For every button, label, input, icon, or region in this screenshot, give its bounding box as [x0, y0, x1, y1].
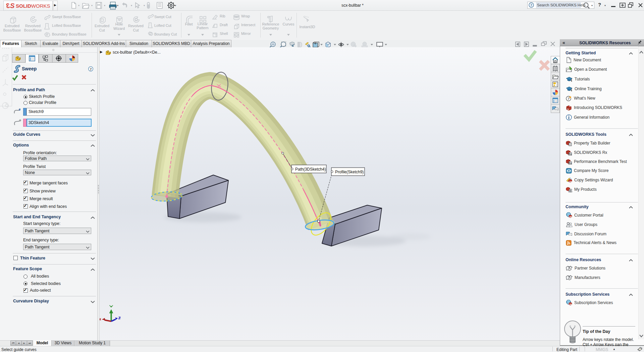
- svg-text:Swept Cut: Swept Cut: [154, 15, 171, 19]
- svg-text:Shell: Shell: [220, 32, 228, 36]
- svg-text:Profile(Sketch9): Profile(Sketch9): [335, 170, 364, 174]
- svg-text:Wrap: Wrap: [241, 14, 250, 18]
- svg-text:Wizard: Wizard: [113, 26, 125, 31]
- svg-text:Mirror: Mirror: [241, 32, 251, 36]
- svg-text:Boundary Boss/Base: Boundary Boss/Base: [52, 32, 87, 36]
- svg-text:SW: SW: [570, 303, 572, 305]
- svg-text:Cut: Cut: [133, 28, 139, 32]
- svg-text:Lofted Boss/Base: Lofted Boss/Base: [52, 23, 81, 27]
- svg-text:Revolved: Revolved: [128, 24, 144, 28]
- svg-text:Pattern: Pattern: [197, 26, 208, 30]
- svg-text:?: ?: [530, 3, 532, 7]
- svg-text:?: ?: [568, 97, 570, 101]
- svg-text:Curves: Curves: [283, 22, 294, 26]
- svg-text:Instant3D: Instant3D: [299, 25, 315, 29]
- svg-text:Draft: Draft: [220, 23, 228, 27]
- svg-text:S: S: [568, 108, 569, 110]
- svg-text:Geometry: Geometry: [263, 26, 279, 30]
- svg-text:S: S: [10, 2, 15, 9]
- svg-text:Boundary Cut: Boundary Cut: [154, 32, 177, 36]
- svg-text:Reference: Reference: [262, 22, 279, 26]
- svg-text:Boss/Base: Boss/Base: [3, 28, 21, 32]
- svg-text:Intersect: Intersect: [241, 23, 255, 27]
- svg-text:Extruded: Extruded: [5, 24, 19, 28]
- svg-text:Cut: Cut: [99, 28, 105, 32]
- svg-text:Rib: Rib: [220, 14, 225, 18]
- svg-text:Fillet: Fillet: [185, 22, 193, 26]
- svg-text:Linear: Linear: [198, 22, 208, 26]
- svg-text:Boss/Base: Boss/Base: [24, 28, 42, 32]
- svg-text:Rx: Rx: [569, 153, 572, 155]
- svg-text:Revolved: Revolved: [25, 24, 41, 28]
- svg-text:Path(3DSketch4): Path(3DSketch4): [295, 167, 326, 172]
- svg-text:SW: SW: [570, 216, 572, 218]
- svg-text:Lofted Cut: Lofted Cut: [154, 23, 171, 27]
- svg-text:Hole: Hole: [115, 22, 123, 26]
- svg-text:?: ?: [90, 67, 92, 71]
- svg-text:Rx: Rx: [569, 162, 572, 164]
- svg-text:SW: SW: [569, 180, 572, 182]
- svg-text:Extruded: Extruded: [95, 24, 109, 28]
- svg-text:3: 3: [6, 2, 10, 9]
- svg-text:Swept Boss/Base: Swept Boss/Base: [52, 15, 81, 19]
- svg-text:0: 0: [19, 108, 20, 111]
